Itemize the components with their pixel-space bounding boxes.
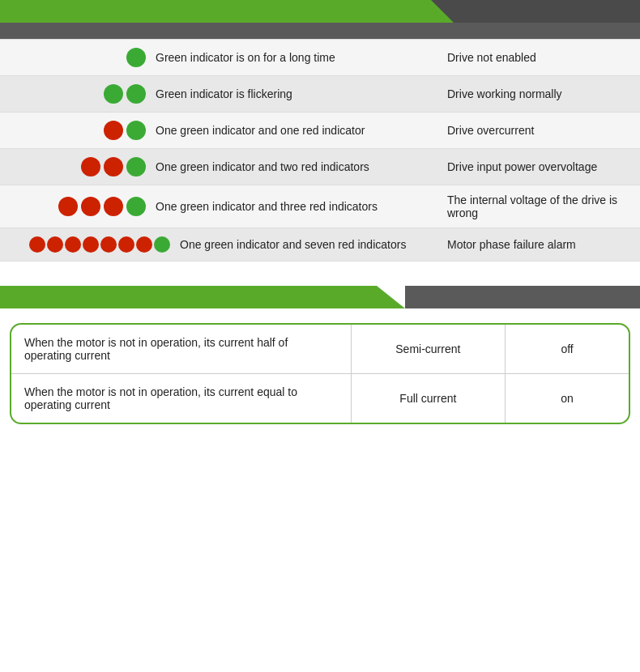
led-cell: One green indicator and three red indica…: [0, 185, 437, 228]
red-dot: [100, 236, 117, 253]
led-table-row: Green indicator is on for a long timeDri…: [0, 40, 640, 76]
red-dot: [83, 236, 99, 253]
red-dot: [65, 236, 81, 253]
green-dot: [126, 84, 146, 104]
led-dots: [10, 48, 156, 67]
red-dot: [104, 197, 123, 216]
section1-header: [0, 0, 640, 23]
led-cell: One green indicator and seven red indica…: [0, 228, 437, 262]
current-table-row: When the motor is not in operation, its …: [11, 374, 629, 423]
current-table-row: When the motor is not in operation, its …: [11, 325, 629, 374]
led-description: One green indicator and one red indicato…: [156, 124, 428, 137]
green-dot: [126, 157, 146, 177]
current-desc: When the motor is not in operation, its …: [11, 374, 351, 423]
section2-title-bg: [0, 286, 405, 308]
led-dots: [10, 157, 156, 177]
led-table-row: Green indicator is flickeringDrive worki…: [0, 76, 640, 113]
drive-status-cell: Drive input power overvoltage: [437, 149, 640, 185]
green-dot: [126, 48, 146, 67]
current-table-wrapper: When the motor is not in operation, its …: [10, 323, 630, 424]
led-cell: Green indicator is on for a long time: [0, 40, 437, 76]
led-dots: [10, 236, 180, 253]
led-dots: [10, 84, 156, 104]
section2-header-dark: [405, 286, 640, 308]
drive-status-cell: The internal voltage of the drive is wro…: [437, 185, 640, 228]
led-description: One green indicator and three red indica…: [156, 200, 428, 213]
led-cell: One green indicator and one red indicato…: [0, 113, 437, 149]
red-dot: [104, 121, 123, 140]
green-dot: [126, 121, 146, 140]
drive-status-cell: Motor phase failure alarm: [437, 228, 640, 262]
current-mode: Semi-current: [351, 325, 506, 374]
led-description: Green indicator is on for a long time: [156, 51, 428, 64]
led-table-row: One green indicator and two red indicato…: [0, 149, 640, 185]
red-dot: [136, 236, 152, 253]
current-mode: Full current: [351, 374, 506, 423]
led-dots: [10, 121, 156, 140]
red-dot: [58, 197, 78, 216]
led-cell: Green indicator is flickering: [0, 76, 437, 113]
current-onoff: off: [506, 325, 629, 374]
led-table-row: One green indicator and seven red indica…: [0, 228, 640, 262]
red-dot: [29, 236, 45, 253]
section2-wrapper: When the motor is not in operation, its …: [0, 286, 640, 424]
section1-title-bg: [0, 0, 454, 23]
led-description: One green indicator and seven red indica…: [180, 238, 428, 251]
red-dot: [118, 236, 134, 253]
current-table: When the motor is not in operation, its …: [11, 325, 629, 423]
red-dot: [47, 236, 63, 253]
drive-status-cell: Drive not enabled: [437, 40, 640, 76]
current-onoff: on: [506, 374, 629, 423]
led-cell: One green indicator and two red indicato…: [0, 149, 437, 185]
red-dot: [81, 157, 100, 177]
green-dot: [104, 84, 123, 104]
section2-header: [0, 286, 640, 308]
drive-status-cell: Drive working normally: [437, 76, 640, 113]
green-dot: [154, 236, 170, 253]
col-header-drive: [437, 23, 640, 40]
led-description: One green indicator and two red indicato…: [156, 160, 428, 173]
led-dots: [10, 197, 156, 216]
led-table-row: One green indicator and three red indica…: [0, 185, 640, 228]
led-table: Green indicator is on for a long timeDri…: [0, 23, 640, 262]
col-header-led: [0, 23, 437, 40]
led-description: Green indicator is flickering: [156, 87, 428, 100]
drive-status-cell: Drive overcurrent: [437, 113, 640, 149]
green-dot: [126, 197, 146, 216]
led-table-row: One green indicator and one red indicato…: [0, 113, 640, 149]
current-desc: When the motor is not in operation, its …: [11, 325, 351, 374]
red-dot: [104, 157, 123, 177]
red-dot: [81, 197, 100, 216]
